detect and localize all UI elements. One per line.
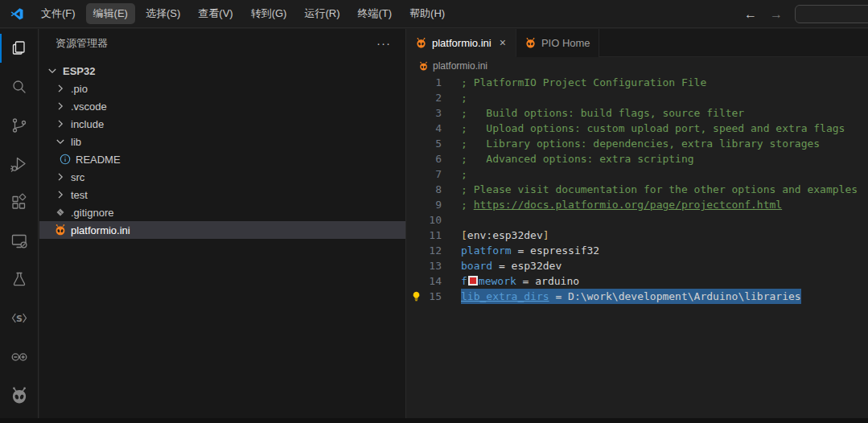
- explorer-header: 资源管理器 ···: [39, 29, 405, 57]
- platformio-icon[interactable]: [0, 376, 39, 415]
- gutter: 4: [407, 121, 461, 136]
- tree-item-lib[interactable]: lib: [39, 133, 405, 150]
- files-icon[interactable]: [0, 29, 39, 68]
- menu-item-7[interactable]: 帮助(H): [402, 3, 452, 24]
- tab-bar: platformio.ini×PIO Home: [407, 29, 868, 57]
- tab-pio-home[interactable]: PIO Home: [516, 29, 599, 57]
- code-line-9[interactable]: 9; https://docs.platformio.org/page/proj…: [407, 197, 868, 212]
- breadcrumb[interactable]: platformio.ini: [407, 57, 868, 75]
- code-line-7[interactable]: 7;: [407, 166, 868, 182]
- code-text[interactable]: ; Please visit documentation for the oth…: [461, 182, 858, 197]
- code-text[interactable]: platform = espressif32: [461, 243, 599, 258]
- code-text[interactable]: [env:esp32dev]: [461, 228, 549, 243]
- code-text[interactable]: board = esp32dev: [461, 258, 562, 273]
- close-icon[interactable]: ×: [498, 36, 508, 49]
- code-line-14[interactable]: 14fmework = arduino: [407, 273, 868, 289]
- code-editor[interactable]: 1; PlatformIO Project Configuration File…: [407, 75, 868, 304]
- code-segment: lib_extra_dirs: [461, 290, 549, 302]
- code-text[interactable]: ;: [461, 90, 467, 105]
- code-text[interactable]: ; Upload options: custom upload port, sp…: [461, 121, 845, 136]
- menu-item-2[interactable]: 选择(S): [138, 3, 187, 24]
- vscode-window: 文件(F)编辑(E)选择(S)查看(V)转到(G)运行(R)终端(T)帮助(H)…: [0, 0, 868, 423]
- code-segment: [: [461, 229, 467, 241]
- tree-item-pio[interactable]: .pio: [39, 80, 405, 97]
- code-line-12[interactable]: 12platform = espressif32: [407, 243, 868, 258]
- tree-item-label: README: [76, 154, 121, 166]
- bulb-slot-empty: [410, 275, 425, 288]
- menu-item-1[interactable]: 编辑(E): [86, 3, 135, 24]
- code-line-11[interactable]: 11[env:esp32dev]: [407, 228, 868, 243]
- bulb-slot-empty: [410, 183, 425, 196]
- code-line-3[interactable]: 3; Build options: build flags, source fi…: [407, 105, 868, 121]
- bulb-slot-empty: [410, 107, 425, 120]
- menu-item-3[interactable]: 查看(V): [191, 3, 240, 24]
- gutter: 1: [407, 75, 461, 90]
- code-segment: ; PlatformIO Project Configuration File: [461, 76, 706, 88]
- code-line-10[interactable]: 10: [407, 212, 868, 228]
- line-number: 1: [425, 75, 442, 90]
- gutter: 10: [407, 212, 461, 228]
- tree-item-include[interactable]: include: [39, 115, 405, 133]
- code-line-4[interactable]: 4; Upload options: custom upload port, s…: [407, 121, 868, 136]
- tree-item-src[interactable]: src: [39, 168, 405, 186]
- bottom-edge: [0, 418, 868, 423]
- tree-item-platformioini[interactable]: platformio.ini: [39, 221, 405, 239]
- run-debug-icon[interactable]: [0, 145, 39, 183]
- code-text[interactable]: ; Build options: build flags, source fil…: [461, 105, 744, 121]
- code-text[interactable]: ; PlatformIO Project Configuration File: [461, 75, 706, 90]
- chevron-right-icon: [54, 170, 67, 183]
- more-actions-icon[interactable]: ···: [372, 36, 396, 50]
- search-icon[interactable]: [0, 68, 39, 106]
- code-text[interactable]: ; Advanced options: extra scripting: [461, 151, 694, 166]
- code-text[interactable]: ; https://docs.platformio.org/page/proje…: [461, 197, 782, 212]
- platformio-icon: [54, 224, 67, 236]
- menu-item-0[interactable]: 文件(F): [34, 3, 83, 24]
- code-line-15[interactable]: 15lib_extra_dirs = D:\work\development\A…: [407, 289, 868, 304]
- code-text[interactable]: lib_extra_dirs = D:\work\development\Ard…: [461, 289, 801, 304]
- code-segment: ;: [461, 199, 474, 211]
- code-text[interactable]: ; Library options: dependencies, extra l…: [461, 136, 820, 151]
- code-text[interactable]: fmework = arduino: [461, 273, 579, 289]
- line-number: 3: [425, 105, 442, 121]
- red-box-artifact: [468, 276, 478, 285]
- code-line-5[interactable]: 5; Library options: dependencies, extra …: [407, 136, 868, 151]
- tree-item-label: src: [71, 171, 84, 183]
- code-line-2[interactable]: 2;: [407, 90, 868, 105]
- tree-item-readme[interactable]: README: [39, 150, 405, 168]
- code-line-13[interactable]: 13board = esp32dev: [407, 258, 868, 273]
- line-number: 8: [425, 182, 442, 197]
- code-segment: ;: [461, 168, 467, 180]
- gutter: 7: [407, 166, 461, 182]
- code-segment: = esp32dev: [492, 260, 562, 272]
- remote-explorer-icon[interactable]: [0, 222, 39, 261]
- editor-area: platformio.ini×PIO Home platformio.ini 1…: [407, 29, 868, 418]
- code-text[interactable]: ;: [461, 166, 467, 182]
- tree-item-gitignore[interactable]: .gitignore: [39, 203, 405, 221]
- tab-platformio-ini[interactable]: platformio.ini×: [407, 29, 516, 57]
- command-center-search-input[interactable]: [795, 5, 868, 23]
- test-beaker-icon[interactable]: [0, 261, 39, 299]
- code-line-6[interactable]: 6; Advanced options: extra scripting: [407, 151, 868, 166]
- menu-item-4[interactable]: 转到(G): [244, 3, 294, 24]
- arduino-icon[interactable]: [0, 338, 39, 376]
- tree-item-esp32[interactable]: ESP32: [39, 62, 405, 80]
- menu-item-6[interactable]: 终端(T): [350, 3, 399, 24]
- code-segment: ; Please visit documentation for the oth…: [461, 183, 858, 195]
- tree-item-test[interactable]: test: [39, 186, 405, 203]
- chevron-down-icon: [46, 64, 59, 77]
- extensions-icon[interactable]: [0, 183, 39, 222]
- lightbulb-icon[interactable]: [410, 290, 425, 303]
- tree-item-label: include: [71, 118, 104, 130]
- back-arrow-icon[interactable]: ←: [744, 7, 757, 22]
- forward-arrow-icon[interactable]: →: [770, 7, 783, 22]
- tree-item-vscode[interactable]: .vscode: [39, 97, 405, 115]
- line-number: 2: [425, 90, 442, 105]
- source-control-icon[interactable]: [0, 106, 39, 145]
- tree-item-label: .gitignore: [71, 207, 113, 219]
- menu-item-5[interactable]: 运行(R): [297, 3, 347, 24]
- s-brackets-icon[interactable]: S: [0, 299, 39, 338]
- code-line-8[interactable]: 8; Please visit documentation for the ot…: [407, 182, 868, 197]
- code-segment: f: [461, 275, 467, 287]
- code-line-1[interactable]: 1; PlatformIO Project Configuration File: [407, 75, 868, 90]
- tab-label: platformio.ini: [432, 37, 492, 49]
